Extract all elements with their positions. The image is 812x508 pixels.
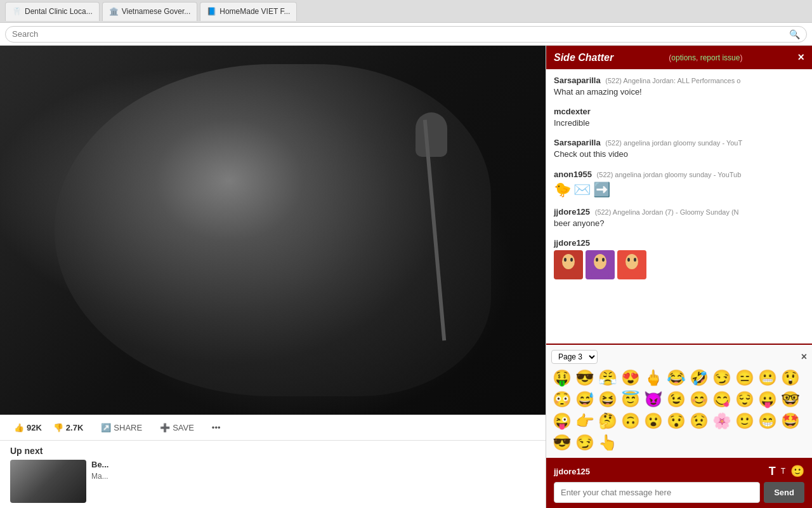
svg-point-1 (562, 254, 575, 269)
video-background (0, 46, 546, 415)
side-chatter-panel: Side Chatter (options, report issue) × S… (546, 46, 812, 508)
emoji-item[interactable]: 😍 (620, 368, 641, 388)
video-container (0, 46, 546, 415)
tab-homemade[interactable]: 📘 HomeMade VIET F... (200, 2, 297, 21)
chat-input-area: jjdore125 T T 🙂 Send (546, 459, 812, 508)
chat-tab-info: (522) angelina jordan gloomy sunday - Yo… (597, 171, 742, 178)
chat-username: Sarsaparilla (522) Angelina Jordan: ALL … (554, 76, 804, 85)
emoji-item[interactable]: 😲 (780, 368, 801, 388)
emoji-item[interactable]: 😤 (597, 368, 619, 388)
search-input[interactable] (12, 29, 789, 39)
chat-message: Sarsaparilla (522) Angelina Jordan: ALL … (554, 76, 804, 98)
emoji-item[interactable]: 🖕 (643, 368, 664, 388)
emoji-item[interactable]: 😑 (734, 368, 756, 388)
search-bar[interactable]: 🔍 (5, 26, 807, 43)
chat-image-svg (617, 250, 646, 279)
emoji-item[interactable]: 👉 (574, 411, 596, 431)
chatter-header-links: (options, report issue) (669, 53, 742, 62)
save-button[interactable]: ➕ SAVE (156, 420, 198, 435)
tab-favicon-homemade: 📘 (207, 7, 216, 16)
tab-label-dental: Dental Clinic Loca... (25, 7, 93, 16)
chat-text: Check out this video (554, 149, 804, 160)
emoji-item[interactable]: 😏 (711, 368, 733, 388)
tab-vietnamese[interactable]: 🏛️ Vietnamese Gover... (102, 2, 198, 21)
emoji-item[interactable]: 😊 (688, 389, 710, 410)
chat-image-svg (554, 250, 583, 279)
chat-send-button[interactable]: Send (764, 482, 804, 503)
chat-message-input[interactable] (554, 482, 760, 503)
dislike-button[interactable]: 👎 2.7K (49, 420, 87, 435)
emoji-item[interactable]: 😳 (551, 389, 573, 410)
emoji-picker-toggle-button[interactable]: 🙂 (790, 464, 804, 478)
up-next-label: Up next (10, 446, 535, 456)
svg-point-4 (570, 258, 573, 262)
emoji-item[interactable]: 😁 (757, 411, 778, 431)
chat-text: beer anyone? (554, 218, 804, 229)
emoji-item[interactable]: 😋 (711, 389, 733, 410)
svg-point-6 (594, 254, 606, 269)
emoji-item[interactable]: 😮 (643, 411, 664, 431)
emoji-item[interactable]: 😜 (551, 411, 573, 431)
emoji-item[interactable]: 😂 (665, 368, 687, 388)
chat-tab-info: (522) angelina jordan gloomy sunday - Yo… (605, 139, 742, 147)
emoji-item[interactable]: 😉 (665, 389, 687, 410)
tab-favicon-viet: 🏛️ (109, 7, 118, 16)
emoji-item[interactable]: 😆 (597, 389, 619, 410)
font-size-smaller-button[interactable]: T (781, 467, 785, 476)
save-label: SAVE (173, 423, 194, 432)
emoji-item[interactable]: 😎 (574, 368, 596, 388)
svg-point-13 (627, 258, 630, 262)
emoji-item[interactable]: 🤩 (780, 411, 801, 431)
svg-point-3 (564, 258, 566, 262)
up-next-item[interactable]: Be... Ma... (10, 460, 535, 503)
tab-label-homemade: HomeMade VIET F... (219, 7, 290, 16)
emoji-item[interactable]: 😅 (574, 389, 596, 410)
chat-image-thumb (586, 250, 615, 279)
thumbs-down-icon: 👎 (53, 423, 63, 432)
emoji-item[interactable]: 🤔 (597, 411, 619, 431)
emoji-item[interactable]: 😛 (757, 389, 778, 410)
tab-dental[interactable]: 🦷 Dental Clinic Loca... (5, 2, 100, 21)
emoji-item[interactable]: 🙃 (620, 411, 641, 431)
chat-message: Sarsaparilla (522) angelina jordan gloom… (554, 138, 804, 160)
emoji-item[interactable]: 😇 (620, 389, 641, 410)
share-button[interactable]: ↗️ SHARE (97, 420, 146, 435)
chat-message: jjdore125 (522) Angelina Jordan (7) - Gl… (554, 207, 804, 229)
svg-point-14 (634, 258, 636, 262)
emoji-item[interactable]: 😬 (757, 368, 778, 388)
options-link[interactable]: options (671, 53, 696, 62)
emoji-item[interactable]: 🤓 (780, 389, 801, 410)
chat-user-bar: jjdore125 T T 🙂 (554, 464, 804, 478)
emoji-item[interactable]: 🙂 (734, 411, 756, 431)
emoji-item[interactable]: 😈 (643, 389, 664, 410)
chatter-header: Side Chatter (options, report issue) × (546, 46, 812, 69)
emoji-item[interactable]: 😏 (574, 432, 596, 453)
like-button[interactable]: 👍 92K (10, 420, 46, 435)
ellipsis-icon: ••• (212, 423, 221, 432)
emoji-item[interactable]: 🤣 (688, 368, 710, 388)
emoji-item[interactable]: 😌 (734, 389, 756, 410)
chat-current-user: jjdore125 (554, 467, 590, 476)
chatter-close-button[interactable]: × (797, 51, 804, 64)
emoji-item[interactable]: 😯 (665, 411, 687, 431)
chat-message: jjdore125 (554, 238, 804, 279)
more-button[interactable]: ••• (208, 420, 225, 435)
up-next-title: Be... (91, 460, 535, 469)
emoji-item[interactable]: 🤑 (551, 368, 573, 388)
emoji-item[interactable]: 😎 (551, 432, 573, 453)
emoji-item[interactable]: 😟 (688, 411, 710, 431)
emoji-page-select[interactable]: Page 1 Page 2 Page 3 Page 4 Page 5 (551, 350, 598, 364)
emoji-picker: Page 1 Page 2 Page 3 Page 4 Page 5 × 🤑 😎… (546, 344, 812, 459)
emoji-grid: 🤑 😎 😤 😍 🖕 😂 🤣 😏 😑 😬 😲 😳 😅 😆 😇 😈 😉 😊 😋 (551, 368, 807, 453)
chat-image-svg (586, 250, 615, 279)
chat-text: What an amazing voice! (554, 86, 804, 98)
video-area: 👍 92K 👎 2.7K ↗️ SHARE ➕ SAVE ••• (0, 46, 546, 508)
report-link[interactable]: report issue (700, 53, 740, 62)
emoji-picker-close-button[interactable]: × (801, 351, 807, 363)
font-size-larger-button[interactable]: T (769, 465, 776, 478)
search-button[interactable]: 🔍 (789, 29, 800, 39)
microphone-head (416, 112, 447, 157)
emoji-item[interactable]: 👆 (597, 432, 619, 453)
emoji-item[interactable]: 🌸 (711, 411, 733, 431)
tab-label-viet: Vietnamese Gover... (122, 7, 191, 16)
